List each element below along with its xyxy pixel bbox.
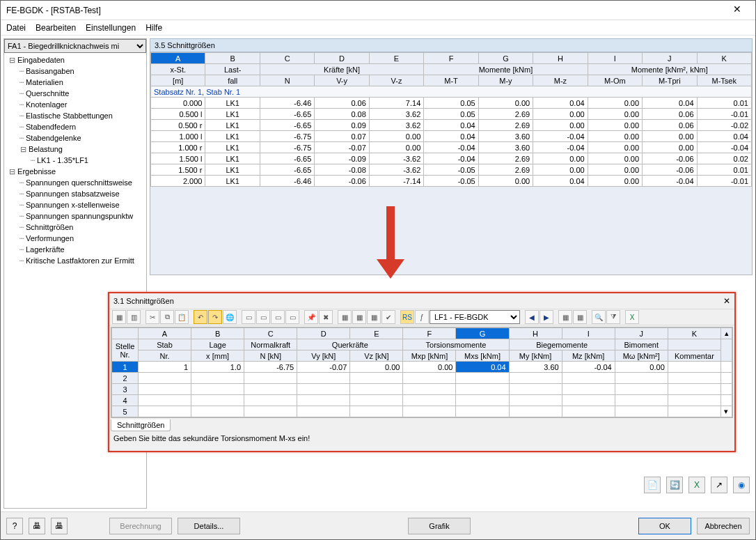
tb-grid1-icon[interactable]: ▦ (338, 310, 352, 324)
abbrechen-button[interactable]: Abbrechen (697, 518, 750, 534)
tree-item[interactable]: ┈Stabendfedern (4, 121, 146, 132)
update-icon[interactable]: 🔄 (666, 477, 683, 493)
tree-item[interactable]: ⊟ Ergebnisse (4, 166, 146, 177)
ok-button[interactable]: OK (638, 518, 691, 534)
menu-einstellungen[interactable]: Einstellungen (86, 23, 136, 33)
tb-func-icon[interactable]: ƒ (415, 310, 429, 324)
tree-item[interactable]: ┈Spannungen querschnittsweise (4, 177, 146, 188)
tb-grid3-icon[interactable]: ▦ (367, 310, 381, 324)
menu-bearbeiten[interactable]: Bearbeiten (36, 23, 76, 33)
menu-hilfe[interactable]: Hilfe (145, 23, 162, 33)
panel-title: 3.5 Schnittgrößen (150, 38, 753, 52)
dialog-grid[interactable]: ABCDEFGHIJK▴StelleNr.StabLageNormalkraft… (111, 327, 733, 418)
tree-item[interactable]: ┈Lagerkräfte (4, 244, 146, 255)
berechnung-button[interactable]: Berechnung (109, 518, 172, 534)
dialog-status: Geben Sie bitte das sekundäre Torsionsmo… (109, 431, 734, 445)
tree-item[interactable]: ┈Spannungen stabsatzweise (4, 188, 146, 199)
view-icon[interactable]: ◉ (733, 477, 750, 493)
tb-globe-icon[interactable]: 🌐 (223, 310, 237, 324)
tb-redo-icon[interactable]: ↷ (208, 310, 222, 324)
tb-grid2-icon[interactable]: ▦ (352, 310, 366, 324)
tb-paste-icon[interactable]: 📋 (175, 310, 189, 324)
tree-item[interactable]: ┈LK1 - 1.35*LF1 (4, 155, 146, 166)
tb-extra1-icon[interactable]: ▦ (558, 310, 572, 324)
nav-last-icon[interactable]: ▶ (540, 310, 553, 324)
print2-icon[interactable]: 🖶 (51, 518, 68, 534)
tb-a1-icon[interactable]: ▭ (242, 310, 255, 324)
tree-item[interactable]: ┈Verformungen (4, 233, 146, 244)
tb-rs-icon[interactable]: RS (400, 310, 414, 324)
dialog-toolbar: ▦ ▥ ✂ ⧉ 📋 ↶ ↷ 🌐 ▭ ▭ ▭ ▭ 📌 ✖ ▦ ▦ ▦ ✔ RS ƒ (109, 309, 734, 325)
tb-pin-icon[interactable]: 📌 (304, 310, 318, 324)
tree-item[interactable]: ⊟ Belastung (4, 144, 146, 155)
sidebar-combo[interactable]: FA1 - Biegedrillknicknachweis mi (4, 39, 146, 53)
tb-cut-icon[interactable]: ✂ (145, 310, 159, 324)
print-icon[interactable]: 🖶 (29, 518, 45, 534)
dialog-loadcase-combo[interactable]: LF1 - FE-BGDK (430, 310, 520, 324)
tb-new2-icon[interactable]: ▥ (127, 310, 141, 324)
tb-new-icon[interactable]: ▦ (112, 310, 126, 324)
titlebar: FE-BGDK - [RSTAB-Test] ✕ (1, 1, 755, 20)
grafik-button[interactable]: Grafik (408, 518, 471, 534)
tb-copy-icon[interactable]: ⧉ (160, 310, 174, 324)
tree-item[interactable]: ┈Stabendgelenke (4, 132, 146, 144)
dialog-tabs: Schnittgrößen (111, 419, 733, 431)
tb-a3-icon[interactable]: ▭ (271, 310, 285, 324)
tree-item[interactable]: ┈Materialien (4, 77, 146, 88)
tb-extra2-icon[interactable]: ▦ (573, 310, 587, 324)
tree-item[interactable]: ┈Knotenlager (4, 99, 146, 110)
tb-check-icon[interactable]: ✔ (381, 310, 395, 324)
app-window: FE-BGDK - [RSTAB-Test] ✕ Datei Bearbeite… (0, 0, 756, 540)
tb-a4-icon[interactable]: ▭ (285, 310, 299, 324)
dialog-title: 3.1 Schnittgrößen (113, 297, 723, 305)
window-title: FE-BGDK - [RSTAB-Test] (6, 6, 725, 15)
tb-find-icon[interactable]: 🔍 (592, 310, 606, 324)
menu-datei[interactable]: Datei (6, 23, 26, 33)
dialog-close-icon[interactable]: ✕ (723, 296, 730, 306)
tree-item[interactable]: ┈Spannungen x-stellenweise (4, 199, 146, 210)
tree-item[interactable]: ┈Schnittgrößen (4, 222, 146, 233)
export-excel-icon[interactable]: X (688, 477, 705, 493)
tb-clear-icon[interactable]: ✖ (319, 310, 333, 324)
schnittgroessen-dialog: 3.1 Schnittgrößen ✕ ▦ ▥ ✂ ⧉ 📋 ↶ ↷ 🌐 ▭ ▭ … (108, 292, 736, 452)
tree-item[interactable]: ┈Spannungen spannungspunktw (4, 210, 146, 222)
tb-excel-icon[interactable]: X (625, 310, 639, 324)
grid-empty-area (150, 187, 752, 275)
pick-icon[interactable]: ↗ (711, 477, 727, 493)
tree-item[interactable]: ┈Kritische Lastfaktoren zur Ermitt (4, 255, 146, 266)
tree-item[interactable]: ⊟ Eingabedaten (4, 54, 146, 65)
details-button[interactable]: Details... (178, 518, 240, 534)
tb-a2-icon[interactable]: ▭ (256, 310, 270, 324)
tab-schnittgroessen[interactable]: Schnittgrößen (111, 419, 171, 431)
bottom-bar: ? 🖶 🖶 Berechnung Details... Grafik OK Ab… (1, 511, 755, 539)
tree-item[interactable]: ┈Elastische Stabbettungen (4, 110, 146, 121)
menubar: Datei Bearbeiten Einstellungen Hilfe (1, 20, 755, 36)
close-icon[interactable]: ✕ (725, 3, 750, 17)
nav-first-icon[interactable]: ◀ (525, 310, 539, 324)
action-icons-row: 📄 🔄 X ↗ ◉ (644, 477, 750, 493)
tree-item[interactable]: ┈Querschnitte (4, 88, 146, 99)
tb-filter-icon[interactable]: ⧩ (606, 310, 620, 324)
dialog-titlebar: 3.1 Schnittgrößen ✕ (109, 293, 734, 309)
tree-item[interactable]: ┈Basisangaben (4, 65, 146, 77)
tb-undo-icon[interactable]: ↶ (194, 310, 207, 324)
main-grid[interactable]: ABCDEFGHIJKx-St.Last-Kräfte [kN]Momente … (150, 52, 753, 275)
help-icon[interactable]: ? (6, 518, 23, 534)
report-icon[interactable]: 📄 (644, 477, 661, 493)
